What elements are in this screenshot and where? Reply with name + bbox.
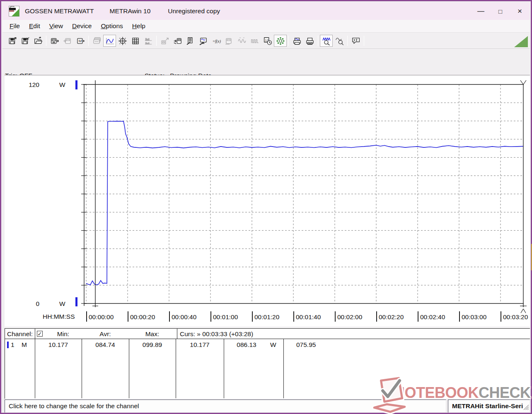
y-axis-unit-bottom: W (59, 300, 65, 308)
toolbar-time-sync-button[interactable]: 12 (261, 35, 274, 47)
annotation-icon (351, 36, 360, 46)
chart-panel: 120 W 0 W HH:MM:SS 00:00:0000:00:2000:00… (5, 75, 530, 327)
toolbar-save-file-button[interactable] (6, 35, 19, 47)
toolbar-separator (88, 36, 89, 46)
toolbar-zoom-time-button[interactable] (320, 35, 333, 47)
maximize-icon[interactable]: □ (491, 2, 510, 20)
value-cursor-delta: 075.95 (296, 341, 316, 349)
x-axis-tick-label: 00:00:20 (130, 313, 155, 321)
close-icon[interactable]: × (510, 2, 530, 20)
minimize-icon[interactable]: — (471, 2, 491, 20)
toolbar-chart-view-button[interactable] (103, 35, 116, 47)
print-preview-icon (293, 36, 302, 46)
table-header-avr: Avr: (82, 330, 129, 338)
device-write-icon (63, 36, 72, 46)
menu-device[interactable]: Device (68, 21, 96, 31)
x-axis-tick-label: 00:02:20 (379, 313, 404, 321)
channel-mode: M (22, 341, 27, 349)
toolbar-read-from-device-button[interactable] (48, 35, 61, 47)
x-axis-format-label: HH:MM:SS (43, 313, 75, 320)
xy-scope-icon (118, 36, 127, 46)
value-min: 10.177 (35, 341, 82, 349)
channel-setup-icon (186, 36, 195, 46)
toolbar-device-transfer-button[interactable] (171, 35, 184, 47)
green-triangle-watermark (514, 36, 528, 47)
floppy-saveas-icon (21, 36, 30, 46)
toolbar-separator (288, 36, 289, 46)
x-axis-tick (210, 311, 211, 322)
table-header-channel: Channel: (7, 330, 33, 338)
live-record-icon (276, 36, 285, 46)
channel-number[interactable]: 1 (11, 341, 15, 349)
x-axis-tick-label: 00:02:40 (420, 313, 445, 321)
resize-grip-icon[interactable] (523, 404, 529, 412)
toolbar-write-to-device-button (61, 35, 74, 47)
toolbar-multimeter-display-button (90, 35, 103, 47)
x-axis-tick (335, 311, 336, 322)
toolbar-device-offline-button (222, 35, 235, 47)
x-axis-tick-label: 00:01:20 (254, 313, 279, 321)
toolbar-zoom-select-button[interactable] (333, 35, 346, 47)
menu-file[interactable]: File (5, 21, 24, 31)
toolbar-open-file-button[interactable] (31, 35, 44, 47)
meter-display-icon (92, 36, 102, 46)
menu-options[interactable]: Options (96, 21, 127, 31)
device-read-icon (50, 36, 59, 46)
y-axis-channel-marker (75, 80, 77, 89)
toolbar-channel-setup-button[interactable] (184, 35, 197, 47)
toolbar-analog-signal-button (235, 35, 248, 47)
value-cursor-unit: W (270, 341, 276, 349)
window-controls: — □ × (471, 2, 530, 20)
statusbar-hint[interactable]: Click here to change the scale for the c… (5, 400, 386, 413)
toolbar-table-view-button[interactable] (129, 35, 142, 47)
x-axis-tick-label: 00:02:00 (337, 313, 362, 321)
table-view-icon (131, 36, 140, 46)
channel-visible-checkbox[interactable]: ✓ (37, 331, 43, 337)
toolbar-separator (364, 36, 364, 46)
svg-text:M: M (78, 39, 82, 43)
menu-edit[interactable]: Edit (24, 21, 45, 31)
chart-curve-icon (105, 36, 114, 46)
toolbar-save-as-button[interactable] (19, 35, 31, 47)
channel-color-marker (7, 342, 9, 348)
app-window: GOSSEN METRAWATT METRAwin 10 Unregistere… (0, 0, 532, 414)
toolbar-formula-button[interactable]: =f(x) (210, 35, 222, 47)
x-axis-tick (501, 311, 501, 322)
toolbar-annotation-button[interactable] (349, 35, 362, 47)
toolbar-digital-signal-button (248, 35, 261, 47)
toolbar-print-preview-button[interactable] (290, 35, 303, 47)
toolbar-xy-view-button[interactable] (116, 35, 129, 47)
app-logo-icon (9, 6, 19, 17)
toolbar-histogram-view-button (142, 35, 155, 47)
power-trace (86, 121, 523, 285)
acquisition-status-panel: Trig: OFF Chan: 123456789 Status: Browsi… (2, 49, 530, 75)
toolbar-print-button[interactable] (303, 35, 316, 47)
toolbar-separator (156, 36, 157, 46)
svg-text:=f(x): =f(x) (212, 39, 220, 43)
toolbar-device-memory-button[interactable]: M (74, 35, 87, 47)
value-cursor-left: 10.177 (176, 341, 224, 349)
x-axis-tick (169, 311, 170, 322)
zoom-time-icon (322, 36, 331, 46)
x-axis-tick-label: 00:01:00 (213, 313, 238, 321)
device-memory-icon: M (76, 36, 85, 46)
toolbar-export-data-button (158, 35, 171, 47)
x-axis-tick-label: 00:01:40 (296, 313, 321, 321)
menu-help[interactable]: Help (128, 21, 150, 31)
x-axis-tick-label: 00:03:00 (462, 313, 486, 321)
y-axis-unit-top: W (59, 81, 65, 89)
x-axis-tick-label: 00:00:40 (172, 313, 196, 321)
formula-icon: =f(x) (212, 36, 221, 46)
x-axis-tick (86, 311, 87, 322)
value-avr: 084.74 (82, 341, 129, 349)
menu-view[interactable]: View (45, 21, 68, 31)
time-sync-icon: 12 (263, 36, 272, 46)
toolbar-monitor-setup-button[interactable] (197, 35, 210, 47)
toolbar-live-record-button[interactable] (274, 35, 287, 47)
y-axis-channel-marker (75, 297, 77, 306)
chart-canvas[interactable] (5, 75, 530, 327)
x-axis-tick (418, 311, 418, 322)
watermark-check: CHECK (479, 384, 531, 401)
title-license-status: Unregistered copy (168, 7, 220, 15)
watermark-text: NOTEBOOKCHECK (394, 384, 531, 402)
